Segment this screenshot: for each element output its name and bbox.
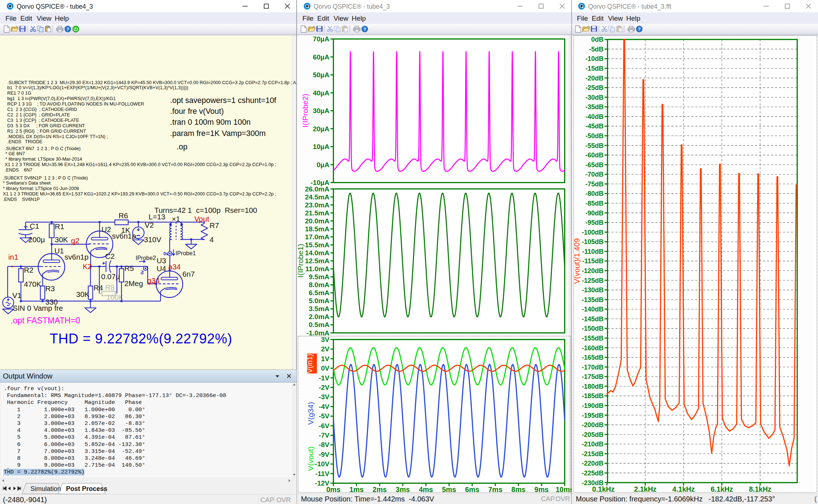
svg-text:30µA: 30µA [313,107,330,115]
svg-text:Edit: Edit [317,15,329,22]
svg-text:U4: U4 [157,264,166,273]
svg-text:-15dB: -15dB [585,65,603,72]
svg-text:-85dB: -85dB [585,200,603,207]
svg-text:-155dB: -155dB [582,335,603,342]
svg-text:0v: 0v [140,270,144,274]
svg-text:8.1kHz: 8.1kHz [749,485,772,493]
svg-text:50µA: 50µA [313,71,330,79]
svg-text:21.5mA: 21.5mA [305,209,330,217]
svg-text:-35dB: -35dB [585,103,603,111]
svg-text:0µA: 0µA [317,161,330,169]
svg-text:-1V: -1V [319,374,330,382]
svg-text:17.0mA: 17.0mA [305,233,330,241]
svg-text:View: View [37,15,51,22]
svg-text:R7: R7 [210,221,219,230]
svg-text:1V: 1V [321,355,330,363]
svg-text:IProbe1: IProbe1 [175,250,196,256]
svg-text:-170dB: -170dB [582,364,603,371]
svg-text:R1: R1 [55,222,64,231]
svg-text:V(g34): V(g34) [306,402,315,425]
svg-text:20µA: 20µA [313,125,330,133]
svg-text:-220dB: -220dB [582,460,603,467]
svg-text:-70dB: -70dB [585,171,603,178]
svg-text:Qorvo QSPICE® - tube4_3.fft: Qorvo QSPICE® - tube4_3.fft [588,3,672,11]
svg-text:6n7: 6n7 [182,270,195,278]
svg-text:310V: 310V [144,235,161,244]
svg-text:I(IProbe1): I(IProbe1) [296,244,305,277]
svg-text:-6V: -6V [319,422,330,430]
svg-text:0v: 0v [164,251,169,256]
svg-text:0.5mA: 0.5mA [309,321,329,329]
svg-text:12.5mA: 12.5mA [305,257,330,265]
svg-text:Mouse Position: Time=-1.442ms: Mouse Position: Time=-1.442ms -4.063V [301,495,434,503]
svg-text:-100dB: -100dB [582,229,603,236]
svg-text:R3: R3 [45,284,55,293]
svg-text:4: 4 [210,235,214,244]
svg-text:* library format: LTSpice 01-J: * library format: LTSpice 01-Jun-2008 [3,186,79,191]
svg-text:C3 1 3 {CCP} ; CATHODE-PLATE: C3 1 3 {CCP} ; CATHODE-PLATE [7,118,79,123]
svg-text:-80dB: -80dB [585,190,603,197]
svg-text:R4: R4 [94,284,103,292]
svg-text:b1 7 0 V=V(1,3)/KP*LOG(1+EXP(: b1 7 0 V=V(1,3)/KP*LOG(1+EXP(KP*(1/MU+(V… [7,85,188,90]
svg-text:Help: Help [55,15,69,22]
svg-text:U2: U2 [102,225,111,234]
svg-text:-165dB: -165dB [582,354,603,361]
svg-text:-115dB: -115dB [582,257,603,265]
svg-text:sv6n1p: sv6n1p [65,253,88,261]
svg-text:-3V: -3V [319,393,330,401]
svg-text:L=13: L=13 [149,212,165,221]
svg-text:-205dB: -205dB [582,431,603,438]
svg-text:-5dB: -5dB [589,46,604,53]
svg-text:R8: R8 [105,283,115,292]
svg-text:8.0mA: 8.0mA [309,281,329,289]
svg-text:2.1kHz: 2.1kHz [634,485,657,493]
svg-text:470K: 470K [24,280,41,288]
svg-text:U3: U3 [157,256,166,265]
svg-text:-140dB: -140dB [582,306,603,313]
svg-text:OVR: OVR [555,495,570,503]
svg-text:X1 1 2 3 TRIODE MU=35.96 EX=1.: X1 1 2 3 TRIODE MU=35.96 EX=1.248 KG1=16… [5,162,276,167]
svg-text:-75dB: -75dB [585,181,603,188]
svg-text:9.5mA: 9.5mA [309,273,329,281]
svg-text:Vout: Vout [194,215,209,223]
svg-text:R5: R5 [124,264,134,272]
svg-text:-55dB: -55dB [585,142,603,149]
svg-text:-105dB: -105dB [582,238,603,245]
svg-text:-135dB: -135dB [582,296,603,303]
svg-text:4.1kHz: 4.1kHz [672,485,695,493]
svg-text:.SUBCKT SV6N1P 1 2 3 ; P G C: .SUBCKT SV6N1P 1 2 3 ; P G C (Triode) [3,175,88,181]
svg-text:Qorvo QSPICE® - tube4_3: Qorvo QSPICE® - tube4_3 [17,3,93,11]
svg-text:-195dB: -195dB [582,412,603,419]
svg-text:File: File [577,15,588,22]
svg-text:.SUBCKT 6N7 1 2 3 ; P G C (Tr: .SUBCKT 6N7 1 2 3 ; P G C (Triode) [5,146,80,151]
svg-text:Mouse Position: frequency=-1.6: Mouse Position: frequency=-1.6069kHz -18… [576,495,775,503]
svg-text:.ENDS TRIODE: .ENDS TRIODE [7,139,42,144]
svg-text:?: ? [66,26,69,32]
svg-text:-60dB: -60dB [585,152,603,159]
svg-text:-130dB: -130dB [582,286,603,294]
svg-text:23.0mA: 23.0mA [305,201,330,209]
svg-text:18.5mA: 18.5mA [305,225,330,233]
svg-text:C1: C1 [30,222,39,230]
svg-text:-5V: -5V [319,412,330,420]
svg-text:-45dB: -45dB [585,123,603,130]
svg-text:-25dB: -25dB [585,84,603,91]
svg-text:15.5mA: 15.5mA [305,241,330,249]
svg-text:-2V: -2V [319,384,330,391]
svg-text:0dB: 0dB [591,36,603,43]
svg-text:20.0mA: 20.0mA [305,217,330,225]
svg-text:R2: R2 [24,266,33,274]
svg-text:-7V: -7V [319,431,330,439]
svg-text:C2 2 1 {CGP} ; GRID=PLATE: C2 2 1 {CGP} ; GRID=PLATE [7,112,70,117]
svg-text:0V: 0V [321,364,330,372]
svg-text:10µA: 10µA [313,143,330,150]
svg-text:Help: Help [626,15,640,22]
svg-text:.tran 0 100m 90m 100n: .tran 0 100m 90m 100n [170,118,251,127]
svg-text:Turns=42 1 c=100p Rser=100: Turns=42 1 c=100p Rser=100 [154,206,257,214]
svg-text:11.0mA: 11.0mA [305,265,330,273]
svg-text:SIN 0 Vamp fre: SIN 0 Vamp fre [13,304,63,312]
svg-text:-9V: -9V [319,451,330,458]
svg-text:Qorvo QSPICE® - tube4_3: Qorvo QSPICE® - tube4_3 [314,3,390,11]
svg-text:in1: in1 [8,253,18,261]
svg-text:.opt savepowers=1 cshunt=10f: .opt savepowers=1 cshunt=10f [170,96,276,105]
